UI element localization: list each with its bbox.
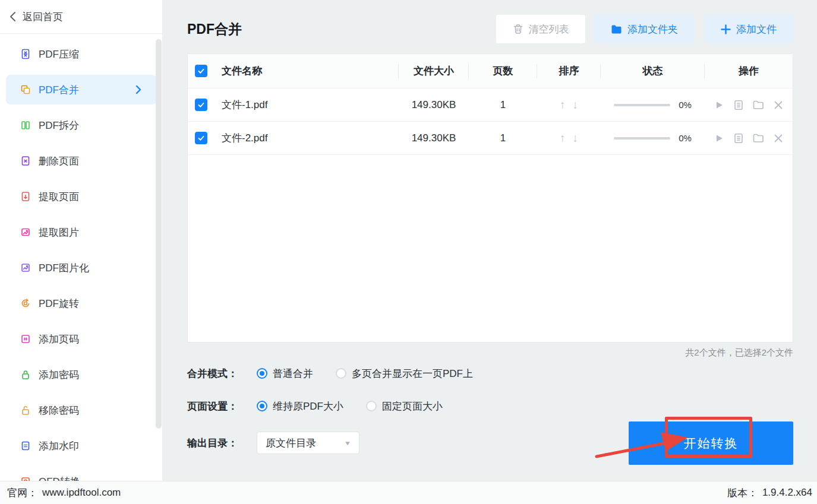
- page-number-icon: [20, 334, 31, 344]
- delete-page-icon: [20, 156, 31, 166]
- watermark-icon: [20, 440, 31, 451]
- radio-unselected-icon: [336, 368, 346, 379]
- sidebar-item-extract-images[interactable]: 提取图片: [6, 217, 157, 247]
- split-icon: [20, 120, 31, 131]
- sidebar-item-label: 添加密码: [39, 368, 79, 382]
- sidebar-scrollbar[interactable]: [156, 39, 162, 429]
- sidebar-item-add-watermark[interactable]: 添加水印: [6, 431, 157, 461]
- sidebar-item-label: 提取图片: [39, 226, 79, 239]
- add-folder-button[interactable]: 添加文件夹: [594, 15, 695, 43]
- sidebar-item-add-password[interactable]: 添加密码: [6, 360, 157, 389]
- file-pages: 1: [500, 132, 506, 144]
- radio-keep-original-size[interactable]: 维持原PDF大小: [257, 400, 343, 413]
- file-name: 文件-1.pdf: [222, 98, 267, 112]
- radio-selected-icon: [257, 401, 267, 411]
- merge-icon: [20, 84, 31, 95]
- file-info-icon[interactable]: [733, 132, 745, 144]
- sidebar-item-label: PDF旋转: [39, 297, 79, 310]
- version-label: 版本：: [727, 486, 758, 500]
- sidebar-item-label: 添加页码: [39, 332, 79, 346]
- sidebar-item-label: 提取页面: [39, 190, 79, 204]
- chevron-left-icon: [10, 11, 17, 22]
- lock-icon: [20, 369, 31, 380]
- pdf-to-image-icon: [20, 262, 31, 273]
- clear-list-label: 清空列表: [529, 23, 569, 36]
- move-up-icon[interactable]: ↑: [560, 132, 566, 144]
- sidebar-item-pdf-rotate[interactable]: PDF旋转: [6, 289, 157, 318]
- file-count-summary: 共2个文件，已选择2个文件: [685, 347, 793, 359]
- sidebar-item-add-page-numbers[interactable]: 添加页码: [6, 324, 157, 354]
- rotate-icon: [20, 298, 31, 309]
- output-directory-row: 输出目录： 原文件目录 ▼: [187, 432, 359, 454]
- open-folder-icon[interactable]: [752, 132, 765, 144]
- status-bar: 官网： www.ipdftool.com 版本： 1.9.4.2.x64: [0, 481, 817, 504]
- sidebar-item-label: 删除页面: [39, 154, 79, 168]
- move-down-icon[interactable]: ↓: [573, 132, 579, 144]
- sidebar-item-pdf-split[interactable]: PDF拆分: [6, 110, 157, 140]
- sidebar-item-pdf-merge[interactable]: PDF合并: [6, 75, 157, 104]
- add-folder-label: 添加文件夹: [627, 23, 678, 36]
- header-pages: 页数: [469, 54, 537, 88]
- extract-page-icon: [20, 191, 31, 202]
- sidebar-item-label: 添加水印: [39, 439, 79, 453]
- start-convert-button[interactable]: 开始转换: [629, 421, 793, 465]
- file-info-icon[interactable]: [733, 99, 745, 111]
- row-checkbox[interactable]: [195, 99, 207, 111]
- remove-file-icon[interactable]: [772, 132, 784, 144]
- output-directory-value: 原文件目录: [266, 436, 316, 450]
- page-setting-row: 页面设置： 维持原PDF大小 固定页面大小: [187, 398, 443, 414]
- sidebar-item-pdf-compress[interactable]: PDF压缩: [6, 39, 157, 69]
- play-icon[interactable]: [713, 132, 725, 144]
- row-checkbox[interactable]: [195, 132, 207, 144]
- back-home-button[interactable]: 返回首页: [0, 0, 162, 34]
- header-status: 状态: [601, 54, 705, 88]
- sidebar-item-ofd-convert[interactable]: OFD转换: [6, 467, 157, 481]
- output-directory-label: 输出目录：: [187, 436, 257, 450]
- move-up-icon[interactable]: ↑: [560, 99, 566, 110]
- progress-bar: [614, 137, 670, 140]
- sidebar: 返回首页 PDF压缩 PDF合并: [0, 0, 163, 481]
- clear-list-button[interactable]: 清空列表: [496, 15, 585, 43]
- sidebar-item-label: PDF合并: [39, 83, 79, 97]
- trash-icon: [513, 24, 523, 34]
- sidebar-item-remove-password[interactable]: 移除密码: [6, 395, 157, 425]
- add-file-label: 添加文件: [736, 23, 777, 36]
- sidebar-item-delete-pages[interactable]: 删除页面: [6, 146, 157, 176]
- sidebar-item-label: OFD转换: [39, 475, 80, 481]
- file-pages: 1: [500, 99, 506, 111]
- add-file-button[interactable]: 添加文件: [704, 15, 793, 43]
- select-all-checkbox[interactable]: [195, 65, 207, 77]
- radio-fixed-page-size[interactable]: 固定页面大小: [366, 400, 443, 413]
- radio-multipage-merge[interactable]: 多页合并显示在一页PDF上: [336, 367, 473, 381]
- site-label: 官网：: [7, 486, 37, 500]
- chevron-down-icon: ▼: [344, 440, 352, 446]
- extract-image-icon: [20, 227, 31, 237]
- progress-bar: [614, 104, 670, 106]
- sidebar-nav: PDF压缩 PDF合并 PDF拆分: [0, 34, 163, 481]
- header-operations: 操作: [705, 54, 793, 88]
- sidebar-item-label: PDF拆分: [39, 119, 79, 132]
- move-down-icon[interactable]: ↓: [573, 99, 579, 110]
- radio-normal-merge[interactable]: 普通合并: [257, 367, 313, 381]
- page-setting-label: 页面设置：: [187, 400, 257, 413]
- site-url: www.ipdftool.com: [42, 487, 121, 499]
- open-folder-icon[interactable]: [752, 99, 765, 111]
- file-table: 文件名称 文件大小 页数 排序 状态 操作 文件-1.pdf 149.30KB …: [187, 53, 793, 343]
- play-icon[interactable]: [713, 99, 725, 111]
- page-title: PDF合并: [187, 20, 242, 39]
- merge-mode-label: 合并模式：: [187, 367, 257, 381]
- header-sort: 排序: [537, 54, 601, 88]
- table-row: 文件-1.pdf 149.30KB 1 ↑ ↓ 0%: [188, 88, 793, 122]
- sidebar-item-extract-pages[interactable]: 提取页面: [6, 182, 157, 211]
- remove-file-icon[interactable]: [772, 99, 784, 111]
- output-directory-select[interactable]: 原文件目录 ▼: [257, 432, 359, 454]
- header-file-size: 文件大小: [399, 54, 469, 88]
- ofd-convert-icon: [20, 476, 31, 481]
- sidebar-item-pdf-to-image[interactable]: PDF图片化: [6, 253, 157, 283]
- plus-icon: [721, 24, 731, 34]
- chevron-right-icon: [135, 85, 141, 94]
- file-name: 文件-2.pdf: [222, 131, 267, 145]
- sidebar-item-label: PDF图片化: [39, 261, 89, 275]
- folder-icon: [611, 24, 622, 34]
- sidebar-item-label: PDF压缩: [39, 47, 79, 61]
